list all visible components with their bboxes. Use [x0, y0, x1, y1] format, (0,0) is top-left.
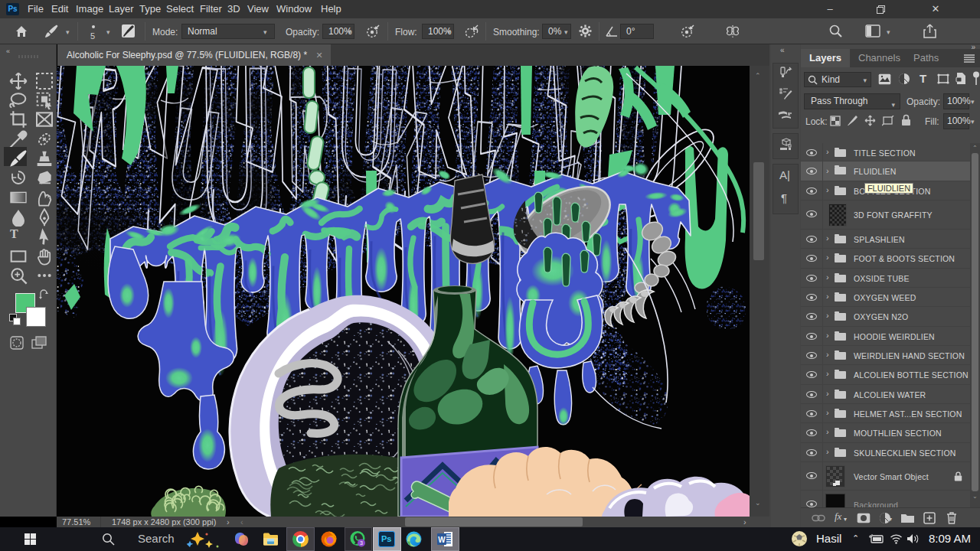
svg-text:W: W [438, 536, 446, 544]
svg-text:3: 3 [360, 540, 363, 546]
